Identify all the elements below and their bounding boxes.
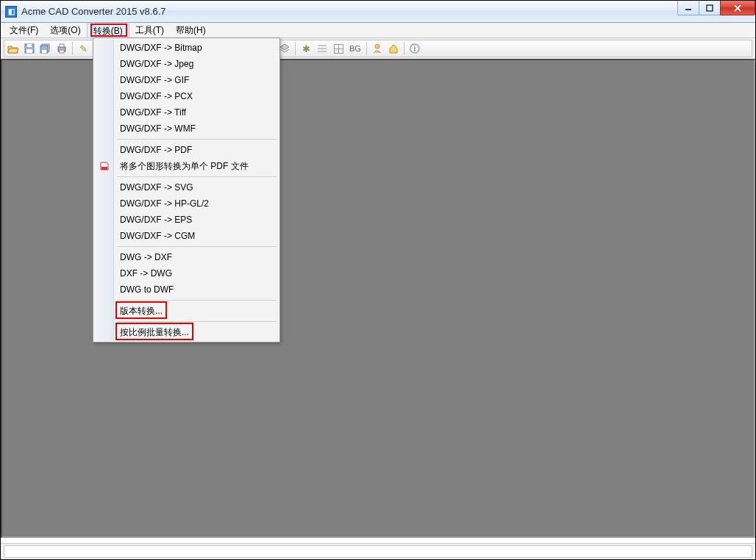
menu-item[interactable]: 将多个图形转换为单个 PDF 文件 xyxy=(95,158,278,174)
menu-item[interactable]: DWG/DXF -> CGM xyxy=(95,228,278,244)
titlebar: ◧ Acme CAD Converter 2015 v8.6.7 xyxy=(1,1,755,23)
info-icon[interactable]: i xyxy=(407,41,422,56)
menu-item-label: DWG/DXF -> GIF xyxy=(120,75,189,85)
menu-item[interactable]: DWG/DXF -> HP-GL/2 xyxy=(95,195,278,212)
menu-item-label: DWG/DXF -> Bitmap xyxy=(120,43,202,53)
menu-separator xyxy=(117,176,277,177)
tool-icon[interactable]: ✎ xyxy=(76,41,90,56)
menu-item[interactable]: DWG/DXF -> Tiff xyxy=(95,104,278,121)
grid-icon[interactable] xyxy=(331,41,346,56)
menu-item[interactable]: DWG/DXF -> Jpeg xyxy=(95,56,278,72)
app-icon: ◧ xyxy=(5,6,17,18)
menu-item[interactable]: DXF -> DWG xyxy=(95,265,278,281)
menu-item-label: DWG/DXF -> Tiff xyxy=(120,107,186,118)
menu-item-label: DWG/DXF -> CGM xyxy=(120,231,195,241)
menu-item-label: DXF -> DWG xyxy=(120,268,172,279)
menu-item-label: DWG/DXF -> Jpeg xyxy=(120,59,193,69)
toolbar-separator xyxy=(295,42,296,55)
lines-icon[interactable] xyxy=(315,41,329,56)
close-button[interactable] xyxy=(720,1,755,15)
convert-menu: DWG/DXF -> BitmapDWG/DXF -> JpegDWG/DXF … xyxy=(93,37,280,342)
save-all-icon[interactable] xyxy=(38,41,53,56)
svg-rect-6 xyxy=(27,44,32,47)
pdf-icon xyxy=(99,160,110,172)
bug-icon[interactable]: ✱ xyxy=(299,41,313,56)
menu-item-label: DWG/DXF -> HP-GL/2 xyxy=(120,198,209,209)
toolbar-separator xyxy=(404,42,404,55)
svg-rect-9 xyxy=(42,50,46,53)
svg-rect-5 xyxy=(26,49,32,53)
menu-item[interactable]: DWG/DXF -> WMF xyxy=(95,121,278,137)
svg-rect-11 xyxy=(60,44,64,47)
minimize-button[interactable] xyxy=(677,1,699,15)
svg-rect-12 xyxy=(60,50,64,53)
menu-4[interactable]: 帮助(H) xyxy=(170,23,212,37)
menu-item[interactable]: 按比例批量转换... xyxy=(95,324,278,340)
bg-button[interactable]: BG xyxy=(347,41,363,56)
svg-text:i: i xyxy=(414,45,416,53)
print-icon[interactable] xyxy=(54,41,69,56)
menu-item[interactable]: DWG/DXF -> SVG xyxy=(95,179,278,195)
menubar: 文件(F)选项(O)转换(B)工具(T)帮助(H) xyxy=(1,23,755,38)
menu-item[interactable]: DWG/DXF -> EPS xyxy=(95,212,278,228)
menu-item-label: DWG/DXF -> EPS xyxy=(120,215,192,225)
menu-item-label: DWG/DXF -> SVG xyxy=(120,182,193,193)
menu-item-label: DWG to DWF xyxy=(120,284,174,295)
menu-separator xyxy=(117,139,277,140)
menu-separator xyxy=(117,300,277,301)
menu-item[interactable]: DWG/DXF -> Bitmap xyxy=(95,40,278,56)
menu-item[interactable]: DWG/DXF -> PDF xyxy=(95,142,278,158)
menu-0[interactable]: 文件(F) xyxy=(4,23,44,37)
maximize-button[interactable] xyxy=(699,1,721,15)
open-icon[interactable] xyxy=(6,41,21,56)
svg-rect-22 xyxy=(101,167,107,170)
menu-item-label: DWG/DXF -> WMF xyxy=(120,123,196,134)
menu-item[interactable]: DWG -> DXF xyxy=(95,249,278,265)
home-icon[interactable] xyxy=(386,41,401,56)
svg-rect-1 xyxy=(707,5,713,11)
menu-item[interactable]: DWG to DWF xyxy=(95,281,278,298)
toolbar-separator xyxy=(72,42,73,55)
menu-2[interactable]: 转换(B) xyxy=(87,24,129,37)
menu-item[interactable]: 版本转换... xyxy=(95,303,278,319)
menu-item-label: DWG/DXF -> PDF xyxy=(120,145,192,155)
menu-separator xyxy=(117,321,277,322)
menu-item-label: DWG/DXF -> PCX xyxy=(120,91,193,101)
toolbar-separator xyxy=(366,42,367,55)
statusbar xyxy=(1,543,755,559)
menu-item-label: 版本转换... xyxy=(120,305,163,317)
user-icon[interactable] xyxy=(370,41,385,56)
menu-item[interactable]: DWG/DXF -> PCX xyxy=(95,88,278,104)
menu-item-label: 按比例批量转换... xyxy=(120,326,189,339)
svg-point-19 xyxy=(375,44,379,49)
save-icon[interactable] xyxy=(22,41,37,56)
menu-separator xyxy=(117,246,277,247)
menu-1[interactable]: 选项(O) xyxy=(44,23,86,37)
menu-item-label: DWG -> DXF xyxy=(120,252,172,262)
window-title: Acme CAD Converter 2015 v8.6.7 xyxy=(21,6,166,17)
menu-3[interactable]: 工具(T) xyxy=(129,23,170,37)
menu-item[interactable]: DWG/DXF -> GIF xyxy=(95,72,278,88)
window-controls xyxy=(678,1,755,15)
status-panel xyxy=(4,545,752,558)
menu-item-label: 将多个图形转换为单个 PDF 文件 xyxy=(120,160,249,173)
